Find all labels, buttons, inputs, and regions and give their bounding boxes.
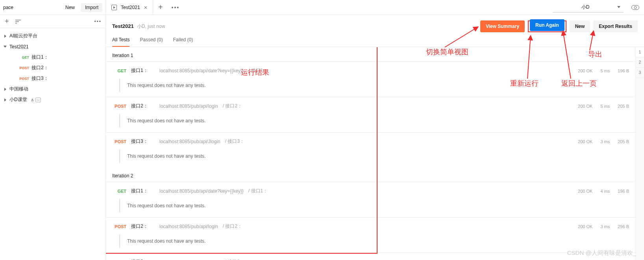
- request-name: 接口1：: [131, 67, 155, 74]
- sidebar-item-test2021[interactable]: Test2021: [0, 41, 105, 52]
- sidebar-request-2[interactable]: POST 接口2：: [0, 63, 105, 73]
- response-time: 4 ms: [600, 189, 610, 194]
- sidebar-item-xiaod-class[interactable]: 小D课堂 ᴀ̤: [0, 94, 105, 105]
- rail-item[interactable]: 1: [636, 47, 644, 57]
- environment-selector[interactable]: 小D: [553, 2, 624, 13]
- export-results-button[interactable]: Export Results: [593, 20, 638, 32]
- request-url: localhost:8085/pub/api/login: [159, 103, 218, 109]
- run-again-button[interactable]: Run Again: [530, 19, 564, 31]
- close-icon[interactable]: ×: [144, 4, 147, 11]
- iteration-block: Iteration 1GET接口1：localhost:8085/pub/api…: [106, 47, 635, 163]
- request-name: 接口2：: [131, 103, 155, 109]
- filter-icon[interactable]: [15, 20, 21, 24]
- sidebar-item-china-mobile[interactable]: 中国移动: [0, 84, 105, 94]
- iteration-title: Iteration 2: [106, 173, 635, 182]
- no-tests-message: This request does not have any tests.: [119, 234, 629, 248]
- no-tests-message: This request does not have any tests.: [119, 114, 629, 127]
- environment-selected: 小D: [581, 4, 590, 10]
- request-stats: 200 OK4 ms196 B: [578, 189, 629, 194]
- iteration-block: Iteration 2GET接口1：localhost:8085/pub/api…: [106, 168, 635, 260]
- sidebar-more-button[interactable]: •••: [94, 19, 102, 24]
- response-time: 3 ms: [600, 139, 610, 144]
- response-size: 196 B: [618, 189, 629, 194]
- request-row[interactable]: POST接口3：localhost:8085/pub/api/Jlogin/ 接…: [106, 132, 635, 163]
- tab-runner[interactable]: Test2021 ×: [106, 0, 153, 15]
- tab-failed[interactable]: Failed (0): [173, 37, 193, 47]
- eye-icon[interactable]: [631, 5, 639, 10]
- request-name: 接口3：: [131, 258, 155, 260]
- request-alt: / 接口3：: [225, 258, 244, 260]
- response-time: 3 ms: [600, 224, 610, 229]
- method-badge: GET: [17, 55, 29, 59]
- sidebar: + ••• AI能云控平台 Test2021 GET 接口1： POST 接口2…: [0, 15, 106, 260]
- iteration-rail: 1 2 3: [635, 47, 644, 260]
- new-run-button[interactable]: New: [570, 20, 590, 32]
- tab-passed[interactable]: Passed (0): [140, 37, 163, 47]
- chevron-right-icon: [3, 35, 7, 38]
- new-button[interactable]: New: [61, 3, 79, 12]
- open-tabs-strip: Test2021 × + •••: [106, 0, 548, 15]
- method-badge: GET: [112, 189, 126, 194]
- sidebar-toolbar: + •••: [0, 15, 105, 28]
- tab-all-tests[interactable]: All Tests: [112, 37, 130, 47]
- response-size: 205 B: [618, 104, 629, 109]
- request-url: localhost:8085/pub/api/login: [159, 224, 218, 229]
- response-time: 5 ms: [600, 68, 610, 73]
- workspace-strip: pace New Import: [0, 0, 106, 15]
- status-code: 200 OK: [578, 224, 592, 229]
- request-row[interactable]: POST接口3：localhost:8085/pub/api/Jlogin/ 接…: [106, 253, 635, 260]
- method-badge: POST: [17, 66, 29, 70]
- status-code: 200 OK: [578, 189, 592, 194]
- top-right-controls: 小D: [548, 0, 644, 15]
- run-actions: View Summary Run Again New Export Result…: [480, 20, 638, 32]
- run-again-highlight: Run Again: [528, 20, 566, 32]
- tab-label: Test2021: [121, 5, 140, 10]
- add-tab-button[interactable]: +: [153, 3, 168, 12]
- request-row[interactable]: GET接口1：localhost:8085/pub/api/date?key={…: [106, 61, 635, 92]
- request-url: localhost:8085/pub/api/date?key={{key}}: [159, 68, 244, 74]
- method-badge: POST: [112, 139, 126, 144]
- request-stats: 200 OK3 ms296 B: [578, 224, 629, 229]
- request-stats: 200 OK5 ms205 B: [578, 104, 629, 109]
- chevron-right-icon: [3, 98, 7, 101]
- chevron-right-icon: [3, 88, 7, 91]
- no-tests-message: This request does not have any tests.: [119, 199, 629, 212]
- response-size: 296 B: [618, 224, 629, 229]
- response-size: 205 B: [618, 139, 629, 144]
- request-row[interactable]: POST接口2：localhost:8085/pub/api/login/ 接口…: [106, 97, 635, 127]
- runner-icon: [111, 5, 117, 10]
- main-panel: Test2021 小D, just now View Summary Run A…: [106, 15, 644, 260]
- request-row[interactable]: GET接口1：localhost:8085/pub/api/date?key={…: [106, 182, 635, 212]
- runner-header: Test2021 小D, just now View Summary Run A…: [106, 15, 644, 32]
- sidebar-request-3[interactable]: POST 接口3：: [0, 73, 105, 84]
- method-badge: POST: [17, 77, 29, 81]
- watermark: CSDN @人间有味是清欢_: [567, 249, 636, 257]
- status-code: 200 OK: [578, 139, 592, 144]
- request-name: 接口1：: [131, 188, 155, 194]
- request-alt: / 接口3：: [225, 138, 244, 145]
- sidebar-item-ai[interactable]: AI能云控平台: [0, 31, 105, 41]
- sidebar-request-1[interactable]: GET 接口1：: [0, 52, 105, 63]
- import-button[interactable]: Import: [81, 3, 102, 12]
- request-row[interactable]: POST接口2：localhost:8085/pub/api/login/ 接口…: [106, 217, 635, 248]
- view-summary-button[interactable]: View Summary: [480, 20, 525, 32]
- run-title-text: Test2021: [112, 23, 134, 29]
- rail-item[interactable]: 2: [636, 57, 644, 68]
- status-code: 200 OK: [578, 68, 592, 73]
- tab-overflow-button[interactable]: •••: [168, 4, 183, 11]
- response-size: 196 B: [618, 68, 629, 73]
- method-badge: POST: [112, 104, 126, 109]
- result-tabs: All Tests Passed (0) Failed (0): [106, 32, 644, 47]
- iteration-title: Iteration 1: [106, 53, 635, 61]
- collection-add-button[interactable]: +: [5, 17, 9, 26]
- request-alt: / 接口1：: [248, 188, 268, 194]
- method-badge: GET: [112, 68, 126, 73]
- run-title: Test2021 小D, just now: [112, 23, 165, 30]
- request-name: 接口3：: [131, 138, 155, 145]
- request-stats: 200 OK3 ms205 B: [578, 139, 629, 144]
- rail-item[interactable]: 3: [636, 68, 644, 78]
- request-name: 接口2：: [131, 223, 155, 230]
- results-scroll[interactable]: Iteration 1GET接口1：localhost:8085/pub/api…: [106, 47, 635, 260]
- workspace-name: pace: [3, 5, 59, 10]
- request-alt: / 接口2：: [223, 223, 242, 230]
